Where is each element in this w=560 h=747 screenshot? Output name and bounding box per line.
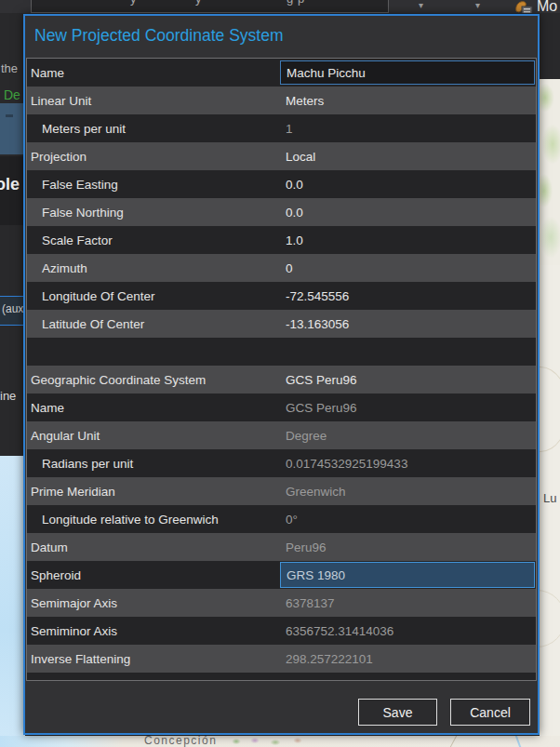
- property-label: Scale Factor: [27, 233, 280, 247]
- property-label: Latitude Of Center: [27, 317, 280, 331]
- property-value[interactable]: Local: [280, 142, 536, 170]
- property-label: Radians per unit: [27, 457, 280, 471]
- property-value[interactable]: 0: [280, 254, 536, 282]
- property-value[interactable]: Meters: [280, 87, 536, 114]
- app-background: [540, 13, 560, 79]
- property-label: Linear Unit: [27, 94, 280, 108]
- table-row: [27, 673, 536, 680]
- property-label: False Easting: [27, 178, 280, 192]
- map-contour-line: [540, 590, 560, 647]
- new-projected-coordinate-system-dialog: New Projected Coordinate System NameMach…: [23, 14, 540, 735]
- map-road-line: [449, 736, 458, 747]
- table-row: Inverse Flattening298.257222101: [27, 645, 536, 673]
- table-row: False Easting0.0: [27, 170, 536, 198]
- property-label: Azimuth: [27, 261, 280, 275]
- property-value[interactable]: Degree: [280, 421, 536, 449]
- property-label: Name: [27, 401, 280, 415]
- property-label: Projection: [27, 150, 280, 164]
- table-row: DatumPeru96: [27, 533, 536, 561]
- table-row: NameMachu Picchu: [27, 59, 536, 87]
- table-row: False Northing0.0: [27, 198, 536, 226]
- table-row: Azimuth0: [27, 254, 536, 282]
- dialog-title: New Projected Coordinate System: [34, 26, 283, 46]
- table-row: Geographic Coordinate SystemGCS Peru96: [27, 366, 536, 394]
- property-value[interactable]: 0.0174532925199433: [280, 449, 536, 477]
- property-label: Angular Unit: [27, 429, 280, 443]
- toolbar-text-fragment: p: [298, 0, 304, 6]
- property-value[interactable]: Peru96: [280, 533, 536, 561]
- chevron-down-icon[interactable]: ▾: [475, 0, 480, 11]
- table-row: Radians per unit0.0174532925199433: [27, 449, 536, 477]
- table-row: SpheroidGRS 1980: [27, 561, 536, 589]
- property-value[interactable]: 1.0: [280, 226, 536, 254]
- property-grid: NameMachu PicchuLinear UnitMetersMeters …: [26, 58, 537, 681]
- property-label: Inverse Flattening: [27, 652, 280, 666]
- map-terrain-marks: [229, 738, 313, 745]
- map-river-line: [514, 736, 522, 747]
- table-row: Angular UnitDegree: [27, 421, 536, 449]
- table-row: [27, 338, 536, 366]
- property-value: [280, 673, 536, 680]
- map-city-label: Concepción: [144, 736, 217, 747]
- property-label: Name: [27, 66, 280, 80]
- property-value[interactable]: 6378137: [280, 589, 536, 617]
- save-button[interactable]: Save: [358, 699, 437, 726]
- map-strip-right: S G Lu: [540, 13, 560, 736]
- property-value[interactable]: 298.257222101: [280, 645, 536, 673]
- toolbar-text-fragment: y: [195, 0, 202, 6]
- property-value[interactable]: GCS Peru96: [280, 366, 536, 394]
- table-row: Latitude Of Center-13.163056: [27, 310, 536, 338]
- cancel-button[interactable]: Cancel: [450, 699, 530, 726]
- property-label: False Northing: [27, 206, 280, 220]
- panel-text-fragment: the: [1, 61, 18, 75]
- toolbar-text-fragment: y: [130, 0, 137, 6]
- property-label: Longitude relative to Greenwich: [27, 513, 280, 527]
- panel-text-fragment: De: [4, 87, 20, 102]
- property-label: Semimajor Axis: [27, 596, 280, 610]
- panel-text-fragment: ine: [0, 389, 16, 403]
- modify-button-label[interactable]: Mo: [537, 0, 557, 13]
- panel-text-fragment: (aux: [2, 302, 23, 315]
- background-left-panel: the De ole (aux ine: [0, 0, 25, 456]
- toolbar-combobox[interactable]: [31, 0, 389, 13]
- property-value[interactable]: GRS 1980: [280, 561, 536, 589]
- table-row: NameGCS Peru96: [27, 394, 536, 421]
- table-row: Longitude relative to Greenwich0°: [27, 505, 536, 533]
- property-label: Spheroid: [27, 568, 280, 582]
- table-row: Prime MeridianGreenwich: [27, 477, 536, 505]
- property-value[interactable]: 1: [280, 114, 536, 142]
- map-contour-line: [540, 367, 560, 452]
- map-terrain: [540, 79, 560, 265]
- property-value[interactable]: 0°: [280, 505, 536, 533]
- top-toolbar: y y g p ▾ ▾ Mo: [0, 0, 560, 13]
- table-row: Meters per unit1: [27, 114, 536, 142]
- property-value[interactable]: 0.0: [280, 170, 536, 198]
- property-value[interactable]: Machu Picchu: [280, 59, 536, 87]
- table-row: Linear UnitMeters: [27, 87, 536, 114]
- chevron-down-icon[interactable]: ▾: [419, 0, 423, 11]
- modify-tool-icon[interactable]: [513, 0, 534, 13]
- table-row: Longitude Of Center-72.545556: [27, 282, 536, 310]
- spheroid-selected-cell[interactable]: GRS 1980: [280, 562, 535, 588]
- table-row: Semimajor Axis6378137: [27, 589, 536, 617]
- property-label: Semiminor Axis: [27, 624, 280, 638]
- property-value[interactable]: GCS Peru96: [280, 394, 536, 421]
- property-value[interactable]: Greenwich: [280, 477, 536, 505]
- property-value[interactable]: -13.163056: [280, 310, 536, 338]
- table-row: Semiminor Axis6356752.31414036: [27, 617, 536, 645]
- name-input[interactable]: Machu Picchu: [280, 60, 535, 85]
- property-label: Longitude Of Center: [27, 289, 280, 303]
- property-label: Meters per unit: [27, 122, 280, 136]
- map-river-label: S G: [540, 283, 544, 312]
- map-water-left: [0, 456, 25, 747]
- property-value[interactable]: 0.0: [280, 198, 536, 226]
- panel-highlighted-item[interactable]: (aux: [0, 296, 25, 326]
- property-label: Prime Meridian: [27, 485, 280, 499]
- property-label: Geographic Coordinate System: [27, 373, 280, 387]
- property-value[interactable]: -72.545556: [280, 282, 536, 310]
- property-value[interactable]: 6356752.31414036: [280, 617, 536, 645]
- panel-selected-item[interactable]: [0, 103, 25, 154]
- table-row: Scale Factor1.0: [27, 226, 536, 254]
- table-row: ProjectionLocal: [27, 142, 536, 170]
- map-strip-bottom: Concepción: [0, 736, 560, 747]
